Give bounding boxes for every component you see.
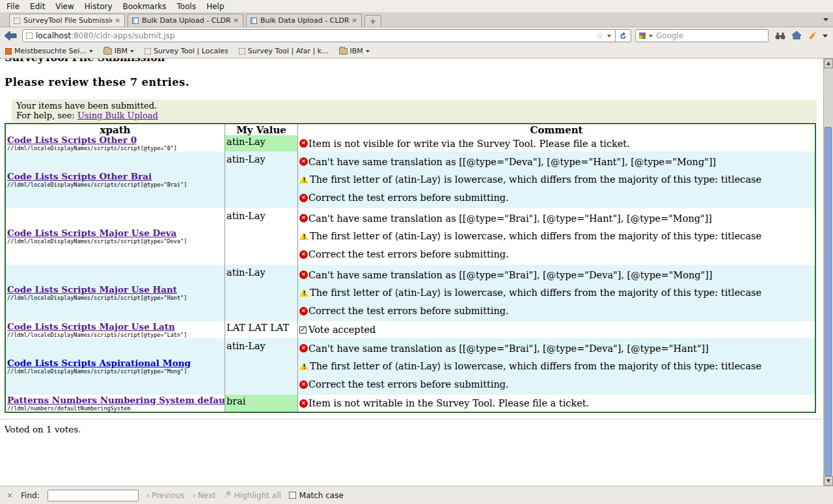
scroll-down-button[interactable]	[824, 476, 833, 486]
folder-icon	[103, 48, 112, 55]
search-input[interactable]	[656, 31, 765, 40]
close-icon[interactable]: ✕	[7, 491, 13, 500]
menu-tools[interactable]: Tools	[172, 1, 202, 12]
highlight-all-button[interactable]: Highlight all	[224, 490, 281, 500]
bookmarks-toolbar: Meistbesuchte Sei... IBM Survey Tool | L…	[0, 44, 833, 59]
bookmark-label: Survey Tool | Locales	[154, 47, 228, 55]
xpath-link[interactable]: Code Lists Scripts Major Use Hant	[7, 284, 177, 295]
using-bulk-upload-link[interactable]: Using Bulk Upload	[77, 111, 158, 120]
scroll-up-button[interactable]	[824, 59, 833, 68]
bookmark-star-icon[interactable]: ☆	[596, 32, 603, 40]
xpath-link[interactable]: Code Lists Scripts Aspirational Mong	[7, 358, 191, 368]
comment-text: Can't have same translation as [[@type="…	[308, 343, 709, 354]
highlighter-icon	[224, 490, 232, 500]
tab-bar: SurveyTool File Submission | ... ✕ Bulk …	[0, 12, 833, 27]
highlight-all-label: Highlight all	[234, 491, 281, 500]
bookmark-survey-tool-afar[interactable]: Survey Tool | Afar | k...	[239, 47, 329, 55]
table-row: Code Lists Scripts Major Use Deva //ldml…	[6, 208, 815, 265]
menu-file[interactable]: File	[1, 1, 25, 12]
dotted-separator	[0, 419, 821, 419]
match-case-toggle[interactable]: Match case	[289, 491, 344, 500]
xpath-path: //ldml/localeDisplayNames/scripts/script…	[7, 368, 225, 375]
xpath-link[interactable]: Code Lists Scripts Major Use Deva	[7, 228, 176, 238]
xpath-link[interactable]: Code Lists Scripts Other Brai	[7, 171, 152, 181]
table-row: Code Lists Scripts Aspirational Mong //l…	[6, 338, 815, 395]
find-binoculars-icon[interactable]	[775, 30, 785, 42]
find-previous-button[interactable]: ‹ Previous	[146, 490, 185, 500]
toolbar-overflow-chevron-icon[interactable]	[823, 34, 828, 38]
warning-icon	[299, 176, 308, 183]
comment-text: Can't have same translation as [[@type="…	[308, 269, 713, 281]
close-icon[interactable]: ✕	[115, 17, 120, 24]
tab-title: SurveyTool File Submission | ...	[23, 16, 112, 25]
vertical-scrollbar[interactable]	[823, 59, 833, 486]
warning-icon	[299, 289, 308, 297]
table-row: Code Lists Scripts Other 0 //ldml/locale…	[6, 135, 815, 152]
scrollbar-thumb[interactable]	[825, 127, 832, 476]
error-icon	[299, 194, 308, 202]
my-value-cell: atin-Lay	[225, 338, 297, 395]
table-row: Patterns Numbers Numbering System defaul…	[6, 395, 815, 412]
error-icon	[299, 399, 308, 408]
error-icon	[299, 344, 308, 352]
folder-icon	[339, 48, 348, 55]
bookmark-folder-ibm-1[interactable]: IBM	[103, 47, 134, 55]
notice-line-2: For help, see: Using Bulk Upload	[16, 111, 812, 120]
clipped-page-heading: SurveyTool File Submission	[5, 59, 823, 64]
theme-brush-icon[interactable]	[808, 30, 817, 42]
menu-bookmarks[interactable]: Bookmarks	[118, 1, 172, 12]
bookmark-most-visited[interactable]: Meistbesuchte Sei...	[5, 47, 93, 55]
home-icon[interactable]	[791, 30, 802, 42]
xpath-link[interactable]: Patterns Numbers Numbering System defaul…	[7, 395, 232, 405]
table-row: Code Lists Scripts Major Use Hant //ldml…	[6, 265, 815, 321]
url-domain: localhost	[36, 31, 71, 40]
xpath-link[interactable]: Code Lists Scripts Major Use Latn	[7, 321, 175, 332]
find-input[interactable]	[48, 490, 139, 501]
checkbox-icon[interactable]	[289, 492, 296, 499]
new-tab-button[interactable]: +	[364, 15, 381, 27]
my-value-cell: atin-Lay	[225, 208, 297, 265]
search-bar[interactable]	[635, 29, 769, 42]
chevron-down-icon	[366, 50, 370, 53]
comment-text: Item is not writable in the Survey Tool.…	[308, 397, 589, 409]
tab-bulk-data-upload-1[interactable]: Bulk Data Upload - CLDR - Un... ✕	[128, 14, 243, 27]
page-icon	[239, 48, 245, 55]
votes-summary: Voted on 1 votes.	[5, 424, 823, 434]
xpath-path: //ldml/localeDisplayNames/scripts/script…	[7, 332, 225, 339]
find-next-button[interactable]: › Next	[193, 490, 216, 500]
close-icon[interactable]: ✕	[234, 17, 239, 24]
navigation-toolbar: localhost:8080/cldr-apps/submit.jsp ☆	[0, 27, 833, 44]
search-engine-chevron-icon[interactable]	[649, 34, 653, 37]
url-text: localhost:8080/cldr-apps/submit.jsp	[36, 31, 593, 40]
table-row: Code Lists Scripts Other Brai //ldml/loc…	[6, 152, 815, 208]
page-title: Please review these 7 entries.	[5, 76, 823, 88]
my-value-cell: atin-Lay	[225, 152, 297, 208]
menu-history[interactable]: History	[79, 1, 118, 12]
column-header-comment: Comment	[297, 124, 815, 135]
tab-survey-tool-submission[interactable]: SurveyTool File Submission | ... ✕	[9, 14, 125, 27]
bookmark-survey-tool-locales[interactable]: Survey Tool | Locales	[144, 47, 228, 55]
favicon-placeholder-icon	[14, 18, 20, 24]
comment-text: The first letter of ⟨atin-Lay⟩ is lowerc…	[310, 174, 761, 185]
page-icon	[144, 48, 151, 55]
xpath-link[interactable]: Code Lists Scripts Other 0	[7, 135, 137, 145]
next-label: Next	[198, 491, 216, 500]
back-button[interactable]	[3, 29, 18, 42]
previous-label: Previous	[152, 491, 185, 500]
warning-icon	[299, 362, 308, 370]
menu-edit[interactable]: Edit	[25, 1, 50, 12]
bookmark-label: IBM	[350, 47, 363, 55]
bookmark-folder-ibm-2[interactable]: IBM	[339, 47, 370, 55]
bookmark-label: Survey Tool | Afar | k...	[248, 47, 329, 55]
tab-list-chevron-icon[interactable]	[823, 18, 828, 21]
url-bar[interactable]: localhost:8080/cldr-apps/submit.jsp ☆	[22, 29, 616, 42]
error-icon	[299, 139, 308, 148]
check-icon	[299, 326, 307, 334]
menu-view[interactable]: View	[50, 1, 79, 12]
close-icon[interactable]: ✕	[352, 17, 357, 24]
tab-bulk-data-upload-2[interactable]: Bulk Data Upload - CLDR - Un... ✕	[246, 14, 362, 27]
url-dropdown-chevron-icon[interactable]	[607, 34, 611, 37]
menu-help[interactable]: Help	[201, 1, 229, 12]
comment-text: Can't have same translation as [[@type="…	[308, 156, 716, 168]
reload-button[interactable]	[616, 29, 631, 42]
